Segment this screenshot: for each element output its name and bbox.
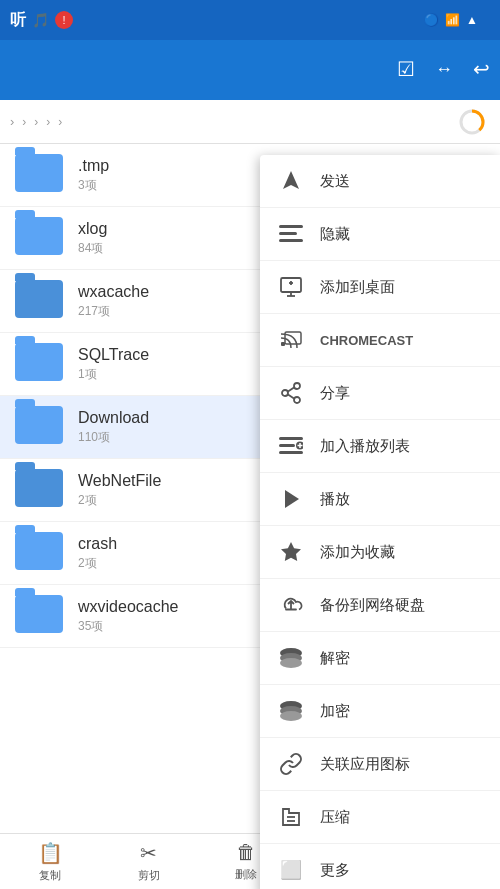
svg-point-14 xyxy=(294,397,300,403)
menu-item-share[interactable]: 分享 xyxy=(260,367,500,420)
backup-icon xyxy=(278,592,304,618)
delete-label: 删除 xyxy=(235,867,257,882)
menu-item-encrypt[interactable]: 加密 xyxy=(260,685,500,738)
bluetooth-icon: 🔵 xyxy=(424,13,439,27)
status-bar: 听 🎵 ! 🔵 📶 ▲ xyxy=(0,0,500,40)
status-icon-alert: ! xyxy=(55,11,73,29)
menu-item-decrypt[interactable]: 解密 xyxy=(260,632,500,685)
folder-icon xyxy=(15,595,63,637)
menu-item-link-app[interactable]: 关联应用图标 xyxy=(260,738,500,791)
link-app-icon xyxy=(278,751,304,777)
folder-shape xyxy=(15,343,63,381)
add-playlist-icon xyxy=(278,433,304,459)
chromecast-icon xyxy=(278,327,304,353)
compress-icon xyxy=(278,804,304,830)
more-icon: ⬜ xyxy=(278,857,304,883)
menu-item-play[interactable]: 播放 xyxy=(260,473,500,526)
range-select-icon: ↔ xyxy=(435,60,453,78)
wifi-icon: 📶 xyxy=(445,13,460,27)
folder-shape xyxy=(15,280,63,318)
toolbar: ☑ ↔ ↩ xyxy=(0,40,500,100)
svg-rect-19 xyxy=(279,451,303,454)
menu-item-hide[interactable]: 隐藏 xyxy=(260,208,500,261)
svg-line-16 xyxy=(288,394,295,398)
select-all-button[interactable]: ☑ xyxy=(397,59,415,82)
breadcrumb-chevron: › xyxy=(10,114,14,129)
disk-usage-chart xyxy=(458,108,486,136)
status-right: 🔵 📶 ▲ xyxy=(418,13,490,27)
menu-label-more: 更多 xyxy=(320,861,350,880)
cut-icon: ✂ xyxy=(140,841,157,865)
delete-icon: 🗑 xyxy=(236,841,256,864)
folder-icon xyxy=(15,343,63,385)
svg-point-12 xyxy=(294,383,300,389)
app-label: 听 xyxy=(10,10,26,31)
context-menu: 发送 隐藏 添加到桌面 CHROMECAST xyxy=(260,155,500,889)
copy-label: 复制 xyxy=(39,868,61,883)
svg-marker-23 xyxy=(285,490,299,508)
menu-label-play: 播放 xyxy=(320,490,350,509)
breadcrumb-sep-2: › xyxy=(34,115,38,129)
folder-icon xyxy=(15,154,63,196)
folder-icon xyxy=(15,280,63,322)
svg-rect-4 xyxy=(279,239,303,242)
folder-shape xyxy=(15,469,63,507)
add-desktop-icon xyxy=(278,274,304,300)
menu-label-hide: 隐藏 xyxy=(320,225,350,244)
cut-button[interactable]: ✂ 剪切 xyxy=(138,841,160,883)
menu-label-encrypt: 加密 xyxy=(320,702,350,721)
disk-usage xyxy=(458,108,490,136)
signal-icon: ▲ xyxy=(466,13,478,27)
svg-rect-18 xyxy=(279,444,295,447)
toolbar-actions: ☑ ↔ ↩ xyxy=(397,59,490,82)
menu-item-add-playlist[interactable]: 加入播放列表 xyxy=(260,420,500,473)
menu-label-add-desktop: 添加到桌面 xyxy=(320,278,395,297)
cut-label: 剪切 xyxy=(138,868,160,883)
folder-shape xyxy=(15,406,63,444)
delete-button[interactable]: 🗑 删除 xyxy=(235,841,257,882)
svg-rect-2 xyxy=(279,225,303,228)
status-left: 听 🎵 ! xyxy=(10,10,73,31)
menu-item-more[interactable]: ⬜ 更多 xyxy=(260,844,500,889)
svg-marker-24 xyxy=(281,542,301,561)
menu-item-add-desktop[interactable]: 添加到桌面 xyxy=(260,261,500,314)
folder-icon xyxy=(15,217,63,259)
menu-label-backup: 备份到网络硬盘 xyxy=(320,596,425,615)
menu-label-share: 分享 xyxy=(320,384,350,403)
breadcrumb-sep-3: › xyxy=(46,115,50,129)
folder-shape xyxy=(15,595,63,633)
svg-point-30 xyxy=(280,711,302,721)
cancel-icon: ↩ xyxy=(473,59,490,79)
folder-icon xyxy=(15,532,63,574)
copy-icon: 📋 xyxy=(38,841,63,865)
menu-item-add-favorite[interactable]: 添加为收藏 xyxy=(260,526,500,579)
folder-icon xyxy=(15,469,63,511)
menu-item-compress[interactable]: 压缩 xyxy=(260,791,500,844)
menu-item-send[interactable]: 发送 xyxy=(260,155,500,208)
menu-label-add-playlist: 加入播放列表 xyxy=(320,437,410,456)
svg-point-27 xyxy=(280,658,302,668)
copy-button[interactable]: 📋 复制 xyxy=(38,841,63,883)
folder-shape xyxy=(15,154,63,192)
menu-item-backup[interactable]: 备份到网络硬盘 xyxy=(260,579,500,632)
menu-label-add-favorite: 添加为收藏 xyxy=(320,543,395,562)
menu-label-decrypt: 解密 xyxy=(320,649,350,668)
play-icon xyxy=(278,486,304,512)
svg-rect-17 xyxy=(279,437,303,440)
svg-rect-3 xyxy=(279,232,297,235)
folder-icon xyxy=(15,406,63,448)
add-favorite-icon xyxy=(278,539,304,565)
status-icon-music: 🎵 xyxy=(32,12,49,28)
folder-shape xyxy=(15,532,63,570)
menu-item-chromecast[interactable]: CHROMECAST xyxy=(260,314,500,367)
menu-label-send: 发送 xyxy=(320,172,350,191)
svg-line-15 xyxy=(288,387,295,391)
breadcrumb-sep-1: › xyxy=(22,115,26,129)
cancel-button[interactable]: ↩ xyxy=(473,59,490,82)
svg-point-13 xyxy=(282,390,288,396)
select-all-icon: ☑ xyxy=(397,59,415,79)
menu-label-compress: 压缩 xyxy=(320,808,350,827)
hide-icon xyxy=(278,221,304,247)
range-select-button[interactable]: ↔ xyxy=(435,60,453,81)
chromecast-label: CHROMECAST xyxy=(320,333,413,348)
